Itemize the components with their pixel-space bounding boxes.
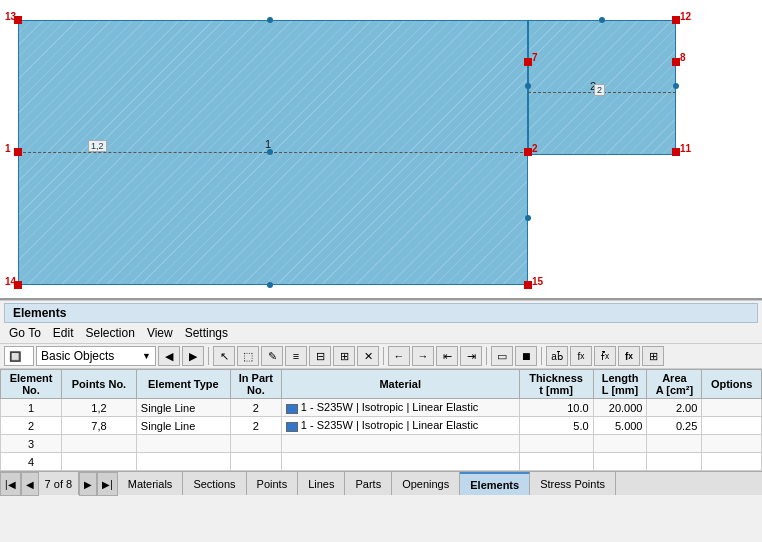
tool-fx3[interactable]: fx	[618, 346, 640, 366]
element-line-1	[18, 152, 528, 153]
col-thickness: Thicknesst [mm]	[519, 370, 593, 399]
table-cell: 2	[230, 417, 281, 435]
table-cell: 1 - S235W | Isotropic | Linear Elastic	[281, 399, 519, 417]
tool-table2[interactable]: ⊟	[309, 346, 331, 366]
table-cell	[519, 453, 593, 471]
point-11-label: 11	[680, 143, 691, 154]
table-cell: 5.000	[593, 417, 647, 435]
tab-openings[interactable]: Openings	[392, 472, 460, 495]
elem-label-1: 1	[265, 138, 271, 150]
tab-first[interactable]: |◀	[0, 472, 21, 496]
table-cell: 2	[1, 417, 62, 435]
tab-next[interactable]: ▶	[79, 472, 97, 496]
table-cell: 2	[230, 399, 281, 417]
tool-cursor[interactable]: ↖	[213, 346, 235, 366]
tool-table1[interactable]: ≡	[285, 346, 307, 366]
tool-edit[interactable]: ✎	[261, 346, 283, 366]
tab-lines[interactable]: Lines	[298, 472, 345, 495]
tool-new[interactable]: ⬚	[237, 346, 259, 366]
table-cell: 5.0	[519, 417, 593, 435]
tab-sections[interactable]: Sections	[183, 472, 246, 495]
node-box-1: 1,2	[88, 140, 107, 152]
point-1-label: 1	[5, 143, 11, 154]
point-1[interactable]	[14, 148, 22, 156]
table-row[interactable]: 3	[1, 435, 762, 453]
table-cell	[702, 417, 762, 435]
table-cell: 1	[1, 399, 62, 417]
menu-view[interactable]: View	[142, 325, 178, 341]
table-cell	[702, 453, 762, 471]
table-cell[interactable]	[62, 453, 137, 471]
point-2[interactable]	[524, 148, 532, 156]
table-container[interactable]: ElementNo. Points No. Element Type In Pa…	[0, 369, 762, 471]
table-cell[interactable]: 7,8	[62, 417, 137, 435]
tool-fx2[interactable]: f̄x	[594, 346, 616, 366]
menu-goto[interactable]: Go To	[4, 325, 46, 341]
table-cell: 4	[1, 453, 62, 471]
nav-next-btn[interactable]: ▶	[182, 346, 204, 366]
point-13-label: 13	[5, 11, 16, 22]
table-row[interactable]: 11,2Single Line21 - S235W | Isotropic | …	[1, 399, 762, 417]
menu-edit[interactable]: Edit	[48, 325, 79, 341]
col-in-part: In PartNo.	[230, 370, 281, 399]
table-row[interactable]: 27,8Single Line21 - S235W | Isotropic | …	[1, 417, 762, 435]
tool-grid[interactable]: ⊞	[642, 346, 664, 366]
col-area: AreaA [cm²]	[647, 370, 702, 399]
tab-stress-points[interactable]: Stress Points	[530, 472, 616, 495]
table-cell	[593, 453, 647, 471]
tool-stop[interactable]: ⏹	[515, 346, 537, 366]
col-elem-type: Element Type	[136, 370, 230, 399]
table-cell	[647, 453, 702, 471]
tool-copy[interactable]: ⊞	[333, 346, 355, 366]
bottom-panel: Elements Go To Edit Selection View Setti…	[0, 300, 762, 495]
tab-elements[interactable]: Elements	[460, 472, 530, 495]
object-icon: 🔲	[4, 346, 34, 366]
menu-settings[interactable]: Settings	[180, 325, 233, 341]
point-11[interactable]	[672, 148, 680, 156]
table-cell: Single Line	[136, 417, 230, 435]
object-type-dropdown[interactable]: Basic Objects ▼	[36, 346, 156, 366]
point-12-label: 12	[680, 11, 691, 22]
tool-delete[interactable]: ✕	[357, 346, 379, 366]
page-info: 7 of 8	[39, 472, 80, 495]
table-cell: 2.00	[647, 399, 702, 417]
midpoint-top-right	[599, 17, 605, 23]
table-cell	[593, 435, 647, 453]
table-cell: 10.0	[519, 399, 593, 417]
tool-rect[interactable]: ▭	[491, 346, 513, 366]
table-row[interactable]: 4	[1, 453, 762, 471]
tool-arrow-l[interactable]: ←	[388, 346, 410, 366]
tab-points[interactable]: Points	[247, 472, 299, 495]
midpoint-bottom	[267, 282, 273, 288]
tabs-row: |◀ ◀ 7 of 8 ▶ ▶| Materials Sections Poin…	[0, 471, 762, 495]
tool-fx1[interactable]: fx	[570, 346, 592, 366]
elements-table: ElementNo. Points No. Element Type In Pa…	[0, 369, 762, 471]
table-cell	[281, 453, 519, 471]
dropdown-arrow: ▼	[142, 351, 151, 361]
table-cell	[702, 435, 762, 453]
col-material: Material	[281, 370, 519, 399]
tool-filter2[interactable]: ⇥	[460, 346, 482, 366]
tool-arrow-r[interactable]: →	[412, 346, 434, 366]
tool-text[interactable]: ab̄	[546, 346, 568, 366]
table-cell[interactable]	[62, 435, 137, 453]
table-cell: Single Line	[136, 399, 230, 417]
table-cell[interactable]: 1,2	[62, 399, 137, 417]
tab-materials[interactable]: Materials	[118, 472, 184, 495]
point-15[interactable]	[524, 281, 532, 289]
point-7[interactable]	[524, 58, 532, 66]
canvas-viewport[interactable]: 1 2 7 8 11 12 13 14 15 1 2 1,2 2	[0, 0, 762, 300]
separator-1	[208, 347, 209, 365]
tab-prev[interactable]: ◀	[21, 472, 39, 496]
tab-parts[interactable]: Parts	[345, 472, 392, 495]
tool-filter1[interactable]: ⇤	[436, 346, 458, 366]
icon-toolbar-row: 🔲 Basic Objects ▼ ◀ ▶ ↖ ⬚ ✎ ≡ ⊟ ⊞ ✕ ← → …	[0, 344, 762, 369]
tab-last[interactable]: ▶|	[97, 472, 118, 496]
point-8[interactable]	[672, 58, 680, 66]
point-12[interactable]	[672, 16, 680, 24]
col-options: Options	[702, 370, 762, 399]
nav-prev-btn[interactable]: ◀	[158, 346, 180, 366]
menu-selection[interactable]: Selection	[81, 325, 140, 341]
col-length: LengthL [mm]	[593, 370, 647, 399]
node-box-2: 2	[594, 84, 605, 96]
